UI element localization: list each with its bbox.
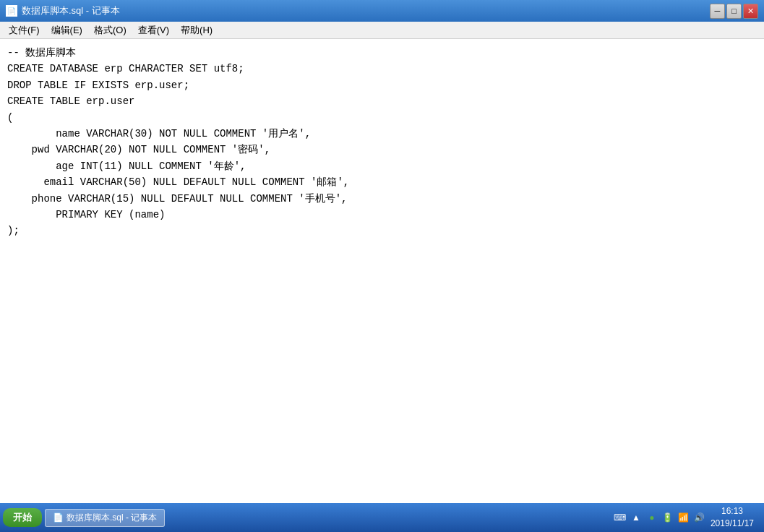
system-tray: ⌨ ▲ ● 🔋 📶 🔊 16:13 2019/11/17 [606, 505, 761, 530]
taskbar-item-icon: 📄 [53, 512, 64, 523]
app-icon: 📄 [6, 5, 17, 17]
menu-help[interactable]: 帮助(H) [175, 22, 218, 38]
editor-content[interactable]: -- 数据库脚本 CREATE DATABASE erp CHARACTER S… [0, 39, 764, 503]
clock-date: 2019/11/17 [711, 518, 754, 530]
minimize-button[interactable]: ─ [710, 4, 725, 19]
tray-icons: ⌨ ▲ ● 🔋 📶 🔊 [614, 511, 706, 524]
wechat-icon: ● [645, 511, 658, 524]
start-button[interactable]: 开始 [3, 508, 42, 527]
system-clock: 16:13 2019/11/17 [711, 505, 754, 530]
network-icon: ▲ [630, 511, 643, 524]
window-title: 数据库脚本.sql - 记事本 [22, 4, 710, 17]
menu-view[interactable]: 查看(V) [132, 22, 175, 38]
volume-icon: 🔊 [693, 511, 706, 524]
menu-file[interactable]: 文件(F) [3, 22, 46, 38]
menu-format[interactable]: 格式(O) [88, 22, 132, 38]
keyboard-icon: ⌨ [614, 511, 627, 524]
clock-time: 16:13 [711, 505, 754, 518]
battery-icon: 🔋 [661, 511, 674, 524]
maximize-button[interactable]: □ [726, 4, 742, 19]
taskbar: 开始 📄 数据库脚本.sql - 记事本 ⌨ ▲ ● 🔋 📶 🔊 16:13 2… [0, 503, 764, 532]
signal-icon: 📶 [677, 511, 690, 524]
taskbar-notepad-item[interactable]: 📄 数据库脚本.sql - 记事本 [45, 509, 165, 527]
menu-edit[interactable]: 编辑(E) [46, 22, 88, 38]
taskbar-items: 📄 数据库脚本.sql - 记事本 [45, 509, 606, 527]
close-button[interactable]: ✕ [743, 4, 758, 19]
taskbar-item-label: 数据库脚本.sql - 记事本 [66, 512, 157, 524]
window-controls: ─ □ ✕ [710, 4, 758, 19]
menu-bar: 文件(F) 编辑(E) 格式(O) 查看(V) 帮助(H) [0, 22, 764, 39]
title-bar: 📄 数据库脚本.sql - 记事本 ─ □ ✕ [0, 0, 764, 22]
